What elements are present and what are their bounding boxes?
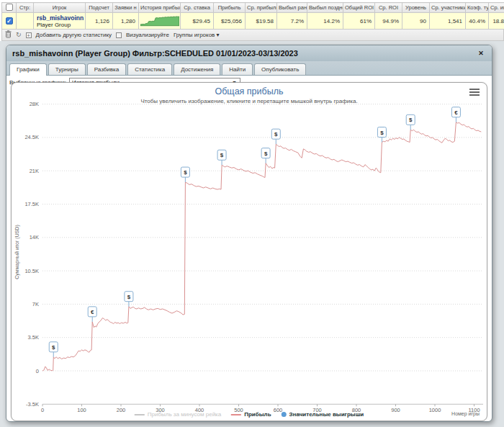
panel-header: rsb_mishavoinn (Player Group) Фильтр:SCH… [6,45,492,61]
column-header[interactable]: Коэф. ту [466,3,489,13]
avg-profit-cell: $19.58 [246,13,277,30]
close-icon[interactable]: ✕ [476,50,486,57]
column-header[interactable]: Выбыл рано [277,3,307,13]
legend-item[interactable]: Прибыль [231,411,271,418]
marker-symbol: $ [264,150,268,157]
marker-symbol: $ [52,344,55,351]
marker-symbol: $ [409,117,413,123]
column-header[interactable]: Ср. участники [430,3,466,13]
avg-stake-cell: $29.45 [181,13,214,30]
select-all-checkbox[interactable] [6,4,13,11]
marker-symbol: $ [380,130,384,136]
y-tick-label: 17.5K [24,201,39,207]
visualize-icon [116,32,122,38]
refresh-icon[interactable]: ↻ [16,32,22,38]
profit-sparkline [140,14,179,27]
chart-legend: Прибыль за минусом рейкаПрибыльЗначитель… [135,411,364,418]
tab-strip: ГрафикиТурнирыРазбивкаСтатистикаДостижен… [6,61,492,76]
marker-symbol: € [91,309,94,315]
x-tick-label: 100 [77,407,86,413]
column-header[interactable]: Уровень [402,3,430,13]
player-stats-row[interactable]: ✓rsb_mishavoinnPlayer Group1,1261,280$29… [2,13,504,30]
legend-marker-dot [282,412,287,417]
y-tick-label: 28K [30,101,39,107]
column-header[interactable]: Игрок [34,3,86,13]
tab-турниры[interactable]: Турниры [48,63,86,75]
marker-symbol: $ [184,169,187,176]
panel-title: rsb_mishavoinn (Player Group) Фильтр:SCH… [12,49,476,58]
x-tick-label: 200 [117,407,126,413]
add-stat-icon: + [26,32,32,38]
add-stat-link[interactable]: Добавить другую статистику [36,32,112,38]
legend-label: Прибыль за минусом рейка [148,411,221,418]
column-header[interactable]: Ср. игры / д [489,3,504,13]
column-header[interactable]: Ср. прибыль [246,3,277,13]
level-cell: 90 [402,13,430,30]
marker-symbol: $ [274,131,278,138]
y-tick-label: 0 [36,368,39,374]
profit-cell: $25,056 [214,13,246,30]
marker-symbol: $ [220,152,224,158]
profit-chart-svg[interactable]: 28K24.5K21K17.5K14K10.5K7K3.5K0-3.5K0100… [12,83,487,421]
player-cell[interactable]: rsb_mishavoinnPlayer Group [34,13,86,30]
avg-entrants-cell: 1,541 [430,13,466,30]
column-header[interactable]: Подсчет [86,3,113,13]
chevron-down-icon: ▾ [217,32,220,38]
tab-опубликовать[interactable]: Опубликовать [254,63,306,75]
legend-label: Значительные выигрыши [289,411,364,418]
profit-chart[interactable]: Общая прибыль Чтобы увеличить изображени… [11,82,487,421]
column-header[interactable]: Заявки н [113,3,139,13]
profit-history-sparkline-cell [139,13,181,30]
total-roi-cell: 61% [343,13,375,30]
tab-графики[interactable]: Графики [9,63,47,76]
y-tick-label: 3.5K [28,334,39,341]
stats-header-row: Стр:ИгрокПодсчетЗаявки нИстория прибылиС… [2,3,504,13]
x-tick-label: 900 [391,407,400,413]
x-tick-label: 0 [41,407,44,413]
avg-roi-cell: 94.9% [375,13,402,30]
column-header[interactable]: Выбыл поздно [307,3,343,13]
column-header[interactable]: Стр: [17,3,34,13]
profit-line [42,122,481,371]
trash-icon[interactable] [5,30,12,40]
player-group-label: Player Group [37,22,82,28]
column-header[interactable]: Прибыль [214,3,246,13]
row-checkbox[interactable]: ✓ [6,17,13,24]
legend-item[interactable]: Значительные выигрыши [282,411,364,418]
y-tick-label: 21K [30,168,39,174]
player-name[interactable]: rsb_mishavoinn [37,14,84,22]
legend-label: Прибыль [244,411,271,418]
column-header[interactable]: История прибыли [139,3,181,13]
entries-cell: 1,280 [113,13,139,30]
yaxis-title: Суммарный итог (USD) [14,225,20,279]
tab-статистика[interactable]: Статистика [127,63,172,75]
country-cell [17,13,34,30]
marker-symbol: € [454,109,458,116]
xaxis-title: Номер игры [451,411,480,416]
tab-разбивка[interactable]: Разбивка [87,63,126,75]
y-tick-label: -3.5K [26,401,39,408]
stats-table-section: Стр:ИгрокПодсчетЗаявки нИстория прибылиС… [1,2,504,41]
y-tick-label: 24.5K [24,134,39,140]
legend-item[interactable]: Прибыль за минусом рейка [135,411,221,418]
player-stats-table: Стр:ИгрокПодсчетЗаявки нИстория прибылиС… [1,2,504,30]
avg-games-cell: 18.8 [489,13,504,30]
tab-достижения[interactable]: Достижения [174,63,220,75]
column-header[interactable]: Общий ROI [343,3,375,13]
y-tick-label: 14K [30,234,39,241]
player-filter-panel: rsb_mishavoinn (Player Group) Фильтр:SCH… [6,45,492,422]
marker-symbol: $ [127,294,131,300]
tab-найти[interactable]: Найти [222,63,253,75]
column-header[interactable]: Ср. ставка [181,3,214,13]
legend-line-swatch [231,414,241,415]
column-header[interactable]: Ср. ROI [375,3,402,13]
player-groups-dropdown[interactable]: Группы игроков ▾ [174,32,220,38]
bust-late-cell: 14.2% [307,13,343,30]
visualize-link[interactable]: Визуализируйте [126,32,169,38]
row-checkbox-cell[interactable]: ✓ [2,13,17,30]
y-tick-label: 7K [32,301,39,307]
x-tick-label: 1000 [429,407,441,413]
bust-early-cell: 7.2% [277,13,307,30]
header-select-all[interactable] [2,3,17,13]
count-cell: 1,126 [86,13,113,30]
